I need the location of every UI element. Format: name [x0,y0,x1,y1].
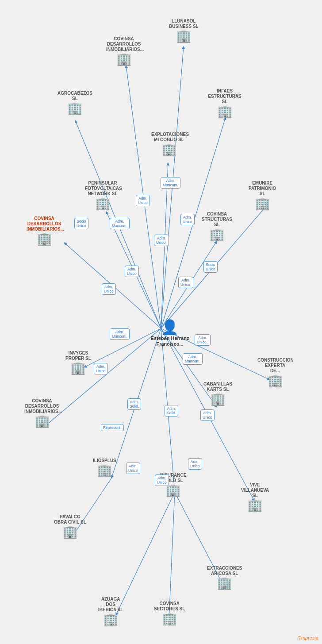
svg-line-11 [46,328,161,425]
center-person-label: Esteban Herranz Francisco... [148,335,192,347]
building-icon-invyges: 🏢 [70,362,86,374]
node-covinsa-struct[interactable]: COVINSASTRUCTURASSL 🏢 [202,212,232,241]
building-icon-llunasol: 🏢 [176,30,192,42]
label-iliosplus: ILIOSPLUS [93,458,116,463]
badge-adm-unico-cabanillas[interactable]: Adm.Unico [200,409,215,421]
label-invyges: INVYGESPROPER SL [65,351,91,361]
label-llunasol: LLUNASOLBUSINESS SL [169,19,199,29]
badge-adm-unico-7[interactable]: Adm.Unico,. [195,334,211,346]
badge-adm-unico-5[interactable]: Adm.Unico [125,266,139,277]
label-explotaciones: EXPLOTACIONESMI COBIJO SL [151,132,187,143]
label-emunire: EMUNIREPATRIMONIOSL [249,181,276,197]
badge-socio-unico-2[interactable]: SocioÚnico [203,261,218,273]
building-icon-agrocabezos: 🏢 [67,102,83,115]
badge-adm-solid-2[interactable]: Adm.Solid. [165,405,178,416]
node-azuaga[interactable]: AZUAGADOSIBERICA SL 🏢 [98,597,123,626]
label-infaes: INFAESESTRUCTURAS SL [207,89,242,104]
badge-adm-mancom-3[interactable]: Adm.Mancom. [110,328,130,340]
label-cabanillas: CABANILLASKARTS SL [203,382,232,392]
label-extracciones: EXTRACCIONESARICOSA SL [207,566,242,576]
node-emunire[interactable]: EMUNIREPATRIMONIOSL 🏢 [249,181,276,210]
node-pavalco[interactable]: PAVALCOOBRA CIVIL SL 🏢 [54,514,86,538]
node-invyges[interactable]: INVYGESPROPER SL 🏢 [65,351,91,374]
badge-adm-mancom-2[interactable]: Adm.Mancom. [110,218,130,229]
label-construccion: CONSTRUCCIONEXPERTADE... [257,358,293,374]
building-icon-covinsa-main: 🏢 [37,233,52,245]
node-extracciones[interactable]: EXTRACCIONESARICOSA SL 🏢 [207,566,242,590]
building-icon-cabanillas: 🏢 [210,393,226,405]
label-pavalco: PAVALCOOBRA CIVIL SL [54,514,86,525]
building-icon-vive-villanueva: 🏢 [247,499,263,512]
building-icon-pavalco: 🏢 [62,526,78,538]
badge-adm-unico-8[interactable]: Adm.Unico [94,363,108,374]
badge-adm-mancom-4[interactable]: Adm.Mancom. [183,353,203,365]
node-covinsa-top[interactable]: COVINSADESARROLLOSINMOBILIARIOS... 🏢 [106,36,142,66]
label-covinsa-sectores: COVINSASECTORES SL [154,601,185,612]
node-covinsa-main[interactable]: COVINSADESARROLLOSINMOBILIARIOS... 🏢 [27,216,62,245]
badge-adm-mancom-1[interactable]: Adm.Mancom. [161,177,180,189]
label-covinsa-top: COVINSADESARROLLOSINMOBILIARIOS... [106,36,142,52]
badge-represent[interactable]: Represent. [101,424,124,431]
node-covinsa-lower[interactable]: COVINSADESARROLLOSINMOBILIARIOS... 🏢 [24,398,60,428]
badge-adm-solid-1[interactable]: Adm.Solid. [127,398,141,410]
building-icon-azuaga: 🏢 [103,613,119,626]
badge-socio-unico-1[interactable]: SocioÚnico [74,218,88,229]
building-icon-extracciones: 🏢 [217,577,232,590]
node-construccion[interactable]: CONSTRUCCIONEXPERTADE... 🏢 [257,358,293,387]
building-icon-infaes: 🏢 [217,105,233,118]
node-explotaciones[interactable]: EXPLOTACIONESMI COBIJO SL 🏢 [151,132,187,156]
node-peninsular[interactable]: PENINSULARFOTOVOLTAICASNETWORK SL 🏢 [85,181,120,210]
badge-adm-unico-center[interactable]: Adm.Unico [155,474,169,486]
svg-line-19 [169,492,175,620]
badge-adm-unico-2[interactable]: Adm.Unico [180,214,195,225]
building-icon-covinsa-struct: 🏢 [209,228,225,241]
label-covinsa-lower: COVINSADESARROLLOSINMOBILIARIOS... [24,398,60,414]
badge-adm-unico-insurance[interactable]: Adm.Unico [188,458,202,470]
building-icon-explotaciones: 🏢 [161,143,177,156]
badge-adm-unico-3[interactable]: Adm.Unico. [154,235,169,246]
label-peninsular: PENINSULARFOTOVOLTAICASNETWORK SL [85,181,120,197]
building-icon-covinsa-lower: 🏢 [34,415,50,428]
building-icon-covinsa-sectores: 🏢 [162,613,177,625]
node-agrocabezos[interactable]: AGROCABEZOSSL 🏢 [58,91,92,115]
badge-adm-unico-4[interactable]: Adm.Unico, [178,277,193,288]
label-covinsa-main: COVINSADESARROLLOSINMOBILIARIOS... [27,216,62,232]
badge-adm-unico-1[interactable]: Adm.Unico [136,195,150,206]
building-icon-emunire: 🏢 [255,197,270,210]
svg-line-18 [116,492,175,615]
building-icon-insurance-gold: 🏢 [165,484,181,497]
node-cabanillas[interactable]: CABANILLASKARTS SL 🏢 [203,382,232,405]
person-icon: 👤 [161,319,179,335]
label-azuaga: AZUAGADOSIBERICA SL [98,597,123,613]
node-infaes[interactable]: INFAESESTRUCTURAS SL 🏢 [207,89,242,118]
building-icon-iliosplus: 🏢 [97,464,112,477]
building-icon-peninsular: 🏢 [95,197,111,210]
badge-adm-unico-iliosplus[interactable]: Adm.Unico [126,463,140,474]
building-icon-covinsa-top: 🏢 [116,53,132,66]
graph-container: 👤 Esteban Herranz Francisco... LLUNASOLB… [0,0,322,644]
center-person-node[interactable]: 👤 Esteban Herranz Francisco... [148,319,192,347]
node-vive-villanueva[interactable]: VIVEVILLANUEVASL 🏢 [241,482,269,512]
node-llunasol[interactable]: LLUNASOLBUSINESS SL 🏢 [169,19,199,42]
watermark-brand: mpresia [301,635,318,640]
node-iliosplus[interactable]: ILIOSPLUS 🏢 [93,458,116,477]
label-covinsa-struct: COVINSASTRUCTURASSL [202,212,232,228]
building-icon-construccion: 🏢 [268,374,283,387]
node-covinsa-sectores[interactable]: COVINSASECTORES SL 🏢 [154,601,185,625]
badge-adm-unico-6[interactable]: Adm.Unico [102,283,116,295]
watermark: ©mpresia [298,635,318,640]
label-vive-villanueva: VIVEVILLANUEVASL [241,482,269,498]
label-agrocabezos: AGROCABEZOSSL [58,91,92,101]
